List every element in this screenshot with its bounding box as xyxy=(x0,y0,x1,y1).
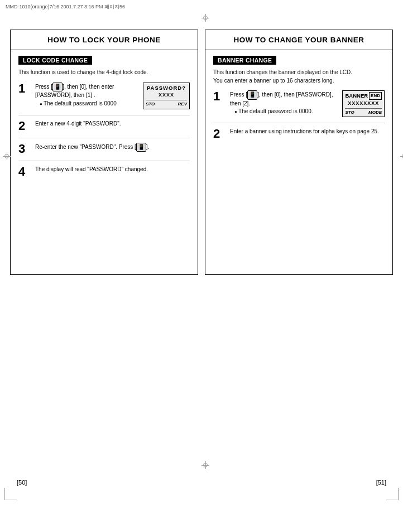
left-section-label: LOCK CODE CHANGE xyxy=(18,56,92,65)
footer: [50] [51] xyxy=(0,479,403,486)
right-panel: HOW TO CHANGE YOUR BANNER BANNER CHANGE … xyxy=(205,30,393,275)
right-step-1-content: Press [📱], then [0], then [PASSWORD], th… xyxy=(230,90,385,117)
right-section-desc-line2: You can enter a banner up to 16 characte… xyxy=(213,78,334,84)
right-lcd-1: BANNER END XXXXXXXX STO MODE xyxy=(342,90,385,117)
left-divider-2 xyxy=(18,138,190,138)
left-step-3-content: Re-enter the new "PASSWORD". Press [📱]. xyxy=(35,143,190,152)
footer-right-page: [51] xyxy=(376,479,386,486)
left-panel-body: LOCK CODE CHANGE This function is used t… xyxy=(11,50,198,189)
left-step-4: 4 The display will read "PASSWORD" chang… xyxy=(18,166,190,178)
left-step-3: 3 Re-enter the new "PASSWORD". Press [📱]… xyxy=(18,143,190,155)
right-lcd-mode: MODE xyxy=(368,109,382,116)
left-divider-3 xyxy=(18,161,190,161)
right-step-2-number: 2 xyxy=(213,128,226,140)
right-step-1: 1 Press [📱], then [0], then [PASSWORD], … xyxy=(213,90,385,117)
left-step-1-bullet-item: The default password is 0000 xyxy=(40,100,140,108)
left-step-3-number: 3 xyxy=(18,143,31,155)
bottom-border-marks xyxy=(0,488,403,500)
left-lcd-sto: STO xyxy=(146,101,155,108)
phone-icon-r1: 📱 xyxy=(247,90,257,100)
right-lcd-bottom: STO MODE xyxy=(345,108,382,116)
left-step-1-number: 1 xyxy=(18,83,31,95)
left-step-2-text: Enter a new 4-digit "PASSWORD". xyxy=(35,120,190,128)
right-step-2-content: Enter a banner using instructions for al… xyxy=(230,128,385,136)
left-lcd-row1: PASSWORD? xyxy=(146,84,187,92)
header-text: MMD-1010(orange)7/16 2001.7.27 3:16 PM 페… xyxy=(6,4,125,9)
left-step-1-content: Press [📱], then [0], then enter [PASSWOR… xyxy=(35,83,190,109)
left-lcd-bottom: STO REV xyxy=(146,100,187,108)
left-step-3-text: Re-enter the new "PASSWORD". Press [📱]. xyxy=(35,143,190,152)
right-lcd-row2: XXXXXXXX xyxy=(345,100,382,107)
left-lcd-rev: REV xyxy=(178,101,187,108)
right-divider-1 xyxy=(213,123,385,123)
page-header: MMD-1010(orange)7/16 2001.7.27 3:16 PM 페… xyxy=(0,0,403,12)
right-step-1-number: 1 xyxy=(213,90,226,103)
bottom-left-mark xyxy=(4,488,17,500)
left-step-1-text: Press [📱], then [0], then enter [PASSWOR… xyxy=(35,83,140,100)
left-step-4-text: The display will read "PASSWORD" changed… xyxy=(35,166,190,174)
right-step-2: 2 Enter a banner using instructions for … xyxy=(213,128,385,140)
right-lcd-row1: BANNER END xyxy=(345,92,382,100)
left-section-desc: This function is used to change the 4-di… xyxy=(18,69,190,77)
left-step-2: 2 Enter a new 4-digit "PASSWORD". xyxy=(18,120,190,132)
right-section-desc: This function changes the banner display… xyxy=(213,69,385,85)
left-lcd-1: PASSWORD? XXXX STO REV xyxy=(143,83,190,109)
right-lcd-end: END xyxy=(369,92,382,100)
left-step-4-content: The display will read "PASSWORD" changed… xyxy=(35,166,190,174)
right-section-label: BANNER CHANGE xyxy=(213,56,276,65)
left-lcd-row2: XXXX xyxy=(146,91,187,99)
footer-left-page: [50] xyxy=(17,479,27,486)
right-section-desc-line1: This function changes the banner display… xyxy=(213,69,352,75)
phone-icon-1: 📱 xyxy=(52,83,63,92)
main-content: HOW TO LOCK YOUR PHONE LOCK CODE CHANGE … xyxy=(0,24,403,280)
right-lcd-banner: BANNER xyxy=(345,92,368,100)
left-step-1-bullet: The default password is 0000 xyxy=(35,100,140,108)
left-divider-1 xyxy=(18,115,190,115)
right-step-1-bullet-item: The default password is 0000. xyxy=(234,108,339,116)
left-step-2-number: 2 xyxy=(18,120,31,132)
right-lcd-sto: STO xyxy=(345,109,354,116)
right-step-2-text: Enter a banner using instructions for al… xyxy=(230,128,385,136)
right-step-1-text: Press [📱], then [0], then [PASSWORD], th… xyxy=(230,90,339,108)
left-panel-title: HOW TO LOCK YOUR PHONE xyxy=(11,30,198,50)
right-panel-title: HOW TO CHANGE YOUR BANNER xyxy=(205,30,392,50)
left-step-4-number: 4 xyxy=(18,166,31,178)
right-step-1-bullet: The default password is 0000. xyxy=(230,108,339,116)
left-panel: HOW TO LOCK YOUR PHONE LOCK CODE CHANGE … xyxy=(10,30,198,275)
right-panel-body: BANNER CHANGE This function changes the … xyxy=(205,50,392,151)
left-step-2-content: Enter a new 4-digit "PASSWORD". xyxy=(35,120,190,128)
phone-icon-3: 📱 xyxy=(136,143,146,152)
bottom-right-mark xyxy=(386,488,399,500)
left-step-1: 1 Press [📱], then [0], then enter [PASSW… xyxy=(18,83,190,109)
